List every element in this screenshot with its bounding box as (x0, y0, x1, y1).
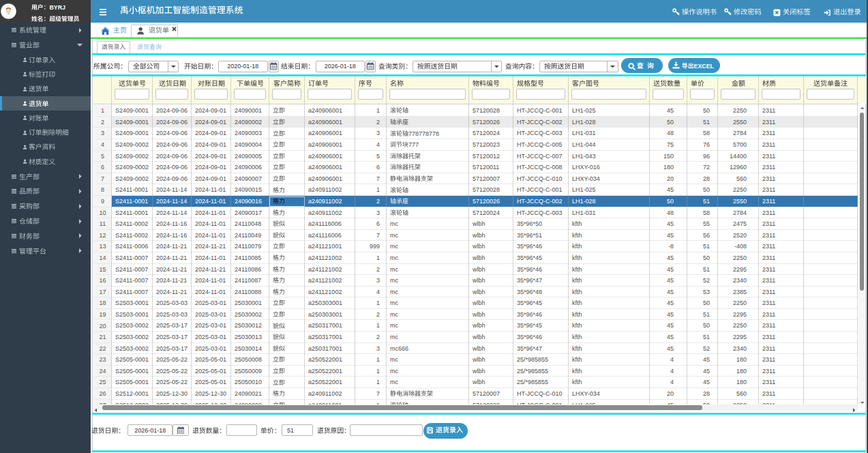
svg-text:777: 777 (408, 141, 419, 148)
svg-text:778778778: 778778778 (408, 130, 439, 136)
svg-text:EXCEL: EXCEL (694, 62, 715, 69)
svg-text:BYRJ: BYRJ (49, 4, 65, 11)
